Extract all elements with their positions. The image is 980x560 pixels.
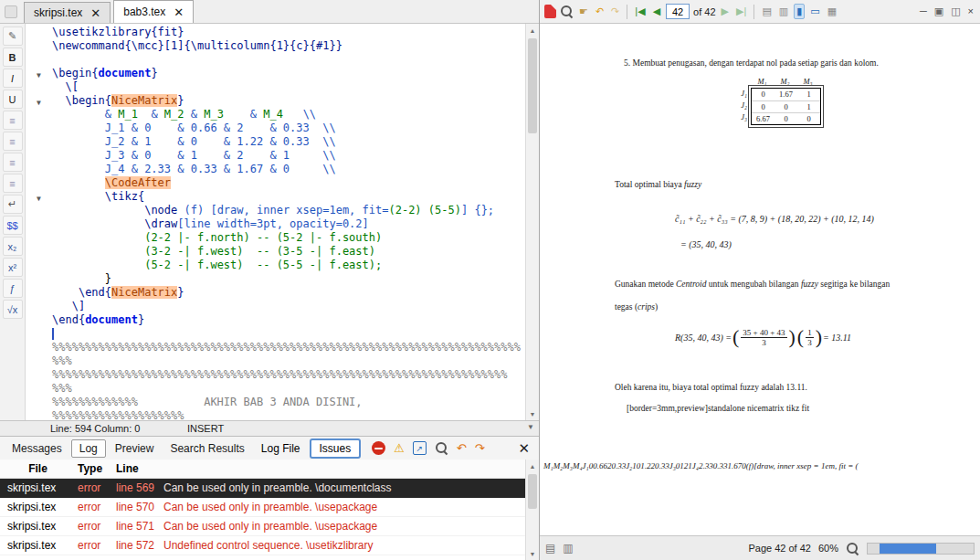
prev-page-icon[interactable]: ◀ — [651, 5, 662, 18]
editor-tabbar: skripsi.tex✕bab3.tex✕ — [0, 0, 539, 24]
eq2-fraction-2: 1 3 — [806, 328, 814, 347]
external-view-icon[interactable]: ↗ — [413, 441, 427, 455]
warning-icon[interactable]: ⚠ — [394, 442, 405, 454]
fold-marker-icon[interactable]: ▼ — [37, 192, 41, 206]
code-line: \begin{document} — [26, 67, 525, 80]
code-line: %%%%%%%%%%%%%%%%%%%%%%%%%%%%%%%%%%%%%%%%… — [26, 341, 525, 354]
fold-marker-icon[interactable]: ▼ — [37, 96, 41, 110]
matrix-row-labels: J₁J₂J₃ — [734, 88, 751, 125]
log-tab-preview[interactable]: Preview — [108, 439, 162, 458]
code-segment: } — [151, 67, 157, 79]
fit-width-icon[interactable]: ▤ — [760, 5, 773, 18]
next-page-icon[interactable]: ▶ — [720, 5, 731, 18]
pencil-icon[interactable]: ✎ — [3, 26, 23, 46]
prev-error-icon[interactable]: ↶ — [457, 442, 467, 454]
subscript-button[interactable]: x₂ — [3, 237, 23, 256]
history-forward-icon[interactable]: ↷ — [609, 5, 621, 18]
log-cell-message: Can be used only in preamble. \usepackag… — [160, 520, 525, 533]
text-segment: Gunakan metode — [615, 280, 676, 289]
log-scroll-down-icon[interactable]: ▼ — [526, 547, 539, 560]
code-editor[interactable]: \usetikzlibrary{fit}\newcommand{\mcc}[1]… — [26, 24, 525, 420]
minimize-view-icon[interactable]: ─ — [918, 5, 929, 18]
code-segment: \[ — [65, 80, 78, 93]
print-icon[interactable]: ▦ — [826, 5, 838, 18]
log-tab-search-results[interactable]: Search Results — [163, 439, 251, 458]
newline-button[interactable]: ↵ — [3, 195, 23, 214]
display-math-button[interactable]: $$ — [3, 216, 23, 235]
area-select-icon[interactable]: ▭ — [808, 5, 821, 18]
log-scroll-up-icon[interactable]: ▲ — [526, 460, 539, 472]
panel-toggle-icon[interactable] — [5, 5, 17, 18]
scroll-down-icon[interactable]: ▼ — [526, 407, 539, 420]
hand-tool-icon[interactable]: ☛ — [577, 5, 590, 18]
log-table-body: skripsi.texerrorline 569Can be used only… — [0, 479, 525, 555]
eq2-open-paren-1: ( — [732, 327, 739, 347]
fold-marker-icon[interactable]: ▼ — [37, 69, 41, 82]
search-icon[interactable] — [560, 5, 574, 18]
fraction-numerator: 1 — [806, 328, 814, 338]
log-tab-log[interactable]: Log — [71, 439, 106, 458]
stop-icon[interactable] — [372, 441, 385, 455]
history-back-icon[interactable]: ↶ — [594, 5, 606, 18]
code-segment — [52, 217, 144, 230]
zoom-out-icon[interactable] — [846, 542, 859, 555]
log-tab-messages[interactable]: Messages — [5, 439, 69, 458]
code-segment: \tikz{ — [105, 190, 144, 203]
bold-button[interactable]: B — [3, 48, 23, 67]
last-page-icon[interactable]: ▶| — [734, 5, 748, 18]
code-segment: NiceMatrix — [111, 94, 177, 107]
code-line — [26, 53, 525, 67]
close-viewer-icon[interactable]: × — [966, 5, 975, 18]
code-line: & M_1 & M_2 & M_3 & M_4 \\ — [26, 108, 525, 122]
pdf-overfull-math-line: M₁M₂M₃M₄J₁00.6620.33J₂101.220.33J₃0121J₄… — [543, 461, 978, 470]
fit-page-icon[interactable]: ▥ — [777, 5, 790, 18]
editor-tabbar-tabs: skripsi.tex✕bab3.tex✕ — [24, 0, 196, 23]
editor-scrollbar[interactable]: ▲ ▼ — [525, 24, 539, 420]
log-close-icon[interactable]: ✕ — [518, 440, 530, 457]
code-line: \usetikzlibrary{fit} — [26, 26, 525, 39]
single-page-icon[interactable]: ▣ — [933, 5, 945, 18]
log-cell-file: skripsi.tex — [0, 520, 76, 533]
log-row[interactable]: skripsi.texerrorline 571Can be used only… — [0, 517, 525, 536]
log-row[interactable]: skripsi.texerrorline 572Undefined contro… — [0, 536, 525, 555]
justify-button[interactable]: ≡ — [3, 174, 23, 193]
underline-button[interactable]: U — [3, 90, 23, 109]
editor-tab-bab3-tex[interactable]: bab3.tex✕ — [113, 0, 194, 23]
issues-button[interactable]: Issues — [310, 438, 362, 459]
superscript-button[interactable]: x² — [3, 258, 23, 277]
zoom-slider-thumb[interactable] — [880, 544, 936, 554]
next-error-icon[interactable]: ↷ — [475, 442, 485, 454]
align-right-button[interactable]: ≡ — [3, 153, 23, 172]
log-cell-message: Undefined control sequence. \usetikzlibr… — [160, 539, 525, 552]
log-row[interactable]: skripsi.texerrorline 569Can be used only… — [0, 479, 525, 498]
pdf-para1-line1: Gunakan metode Centroid untuk mengubah b… — [615, 280, 890, 289]
tab-close-icon[interactable]: ✕ — [174, 6, 184, 18]
log-scrollbar-thumb[interactable] — [528, 474, 537, 509]
align-left-button[interactable]: ≡ — [3, 111, 23, 130]
first-page-icon[interactable]: |◀ — [633, 5, 647, 18]
log-row[interactable]: skripsi.texerrorline 570Can be used only… — [0, 498, 525, 517]
pdf-para3-text: [border=3mm,preview]standalone nicematri… — [627, 404, 809, 413]
two-page-icon[interactable]: ◫ — [949, 5, 962, 18]
zoom-slider[interactable] — [867, 543, 975, 555]
frac-button[interactable]: ƒ — [3, 279, 23, 298]
text-segment: Total optimal biaya — [615, 180, 684, 189]
code-segment: NiceMatrix — [111, 286, 177, 299]
bookmarks-toggle-icon[interactable]: ▥ — [563, 542, 573, 555]
italic-button[interactable]: I — [3, 69, 23, 88]
pdf-logo-icon[interactable] — [544, 5, 556, 18]
align-center-button[interactable]: ≡ — [3, 132, 23, 151]
tab-close-icon[interactable]: ✕ — [90, 7, 100, 19]
page-number-input[interactable]: 42 — [666, 4, 690, 19]
thumbnails-toggle-icon[interactable]: ▤ — [545, 542, 555, 555]
text-select-icon[interactable]: ▮ — [794, 4, 805, 19]
log-table-header: FileTypeLine — [0, 460, 525, 479]
editor-tab-skripsi-tex[interactable]: skripsi.tex✕ — [24, 2, 111, 23]
find-options-icon[interactable] — [435, 441, 448, 455]
editor-scrollbar-thumb[interactable] — [528, 38, 537, 133]
scroll-up-icon[interactable]: ▲ — [526, 24, 539, 37]
sqrt-button[interactable]: √x — [3, 300, 23, 319]
log-scrollbar[interactable]: ▲ ▼ — [525, 460, 539, 560]
log-file-button[interactable]: Log File — [256, 439, 306, 458]
statusbar-dropdown-icon[interactable]: ▼ — [527, 423, 534, 431]
